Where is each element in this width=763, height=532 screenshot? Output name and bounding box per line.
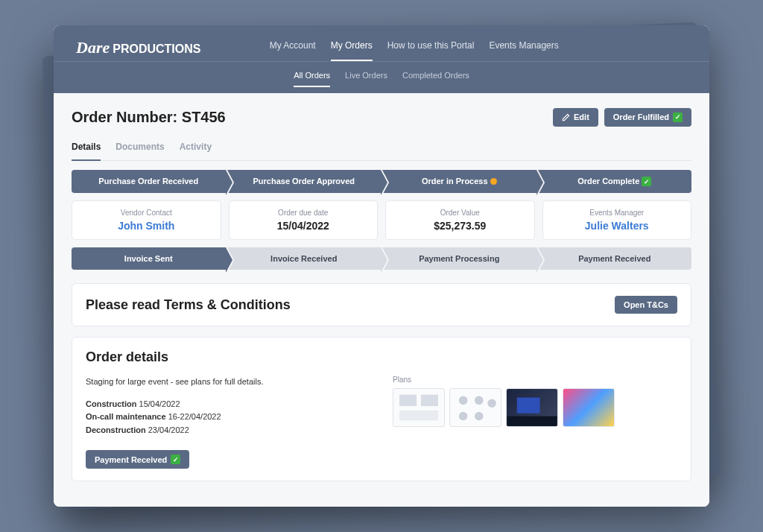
payment-progress: Invoice Sent Invoice Received Payment Pr… [72,247,691,270]
open-tncs-button[interactable]: Open T&Cs [615,296,677,314]
info-cards: Vendor Contact John Smith Order due date… [72,200,691,240]
plan-thumb-lighting[interactable] [563,388,615,427]
app-window: Dare PRODUCTIONS My Account My Orders Ho… [54,25,709,507]
sub-nav: All Orders Live Orders Completed Orders [54,61,709,93]
logo-text: PRODUCTIONS [113,42,200,56]
svg-point-5 [487,399,496,408]
check-icon: ✓ [642,177,651,186]
step-complete: Order Complete ✓ [538,170,692,194]
svg-rect-8 [517,398,540,414]
tab-details[interactable]: Details [72,137,101,161]
svg-point-7 [475,412,484,421]
plan-thumb-tables[interactable] [449,388,501,427]
terms-title: Please read Terms & Conditions [86,297,291,313]
svg-point-6 [459,412,468,421]
edit-button[interactable]: Edit [553,108,598,127]
pencil-icon [562,113,570,121]
nav-events-managers[interactable]: Events Managers [489,34,558,61]
step-in-process: Order in Process [382,170,536,194]
svg-rect-2 [399,411,438,420]
header: Dare PRODUCTIONS My Account My Orders Ho… [54,25,709,93]
svg-rect-9 [507,417,557,426]
svg-rect-0 [399,395,417,406]
check-icon: ✓ [171,455,180,464]
order-tabs: Details Documents Activity [72,137,691,161]
payment-received-button[interactable]: Payment Received ✓ [86,450,189,469]
svg-point-4 [475,396,484,405]
step-invoice-received: Invoice Received [227,247,382,270]
order-details-text: Staging for large event - see plans for … [86,376,370,469]
subnav-completed-orders[interactable]: Completed Orders [402,68,469,87]
vendor-contact-link[interactable]: John Smith [78,220,215,232]
tab-activity[interactable]: Activity [180,137,212,161]
svg-rect-1 [421,395,438,406]
tab-documents[interactable]: Documents [115,137,164,161]
plans-label: Plans [393,376,677,384]
step-invoice-sent: Invoice Sent [72,247,226,270]
subnav-all-orders[interactable]: All Orders [294,68,330,87]
order-details-panel: Order details Staging for large event - … [72,337,691,481]
card-due-date: Order due date 15/04/2022 [229,200,379,240]
svg-point-3 [459,396,468,405]
step-payment-received: Payment Received [538,247,692,270]
card-events-manager: Events Manager Julie Walters [542,200,692,240]
subnav-live-orders[interactable]: Live Orders [345,68,387,87]
step-payment-processing: Payment Processing [382,247,536,270]
content: Order Number: ST456 Edit Order Fulfilled… [54,93,709,507]
main-nav: My Account My Orders How to use this Por… [270,34,559,61]
brand-logo: Dare PRODUCTIONS [76,38,200,57]
plan-thumb-stage[interactable] [506,388,558,427]
status-dot-icon [490,178,497,185]
check-icon: ✓ [673,113,683,122]
plans-thumbnails [393,388,677,427]
step-po-received: Purchase Order Received [72,170,226,194]
page-title: Order Number: ST456 [72,109,226,126]
nav-my-account[interactable]: My Account [270,34,316,61]
logo-script: Dare [76,38,110,57]
events-manager-link[interactable]: Julie Walters [549,220,686,232]
nav-how-to-use[interactable]: How to use this Portal [387,34,475,61]
step-po-approved: Purchase Order Approved [227,170,382,194]
nav-my-orders[interactable]: My Orders [331,34,373,61]
card-order-value: Order Value $25,273.59 [385,200,535,240]
order-details-title: Order details [86,349,677,365]
terms-panel: Please read Terms & Conditions Open T&Cs [72,283,691,326]
order-progress: Purchase Order Received Purchase Order A… [72,170,691,194]
card-vendor-contact: Vendor Contact John Smith [72,200,221,240]
order-fulfilled-button[interactable]: Order Fulfilled ✓ [604,108,691,127]
plan-thumb-seating-1[interactable] [393,388,445,427]
